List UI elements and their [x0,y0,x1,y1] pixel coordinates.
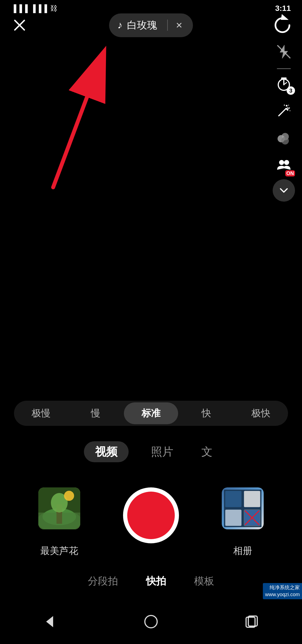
svg-point-11 [286,105,287,107]
svg-rect-32 [244,491,260,507]
right-controls: 3 ON [271,39,296,202]
speed-slow[interactable]: 慢 [68,402,122,424]
nav-back-button[interactable] [36,608,64,636]
tab-segment-shoot[interactable]: 分段拍 [88,574,118,588]
svg-point-19 [279,160,284,165]
svg-point-28 [64,491,74,501]
gallery-container: 最美芦花 [38,487,80,543]
close-button[interactable] [8,14,31,36]
music-title: 白玫瑰 [127,18,162,32]
tab-video[interactable]: 视频 [84,441,129,462]
watermark-line2: www.yoqzi.com [265,591,300,598]
magic-button[interactable] [271,98,296,123]
svg-point-18 [282,137,289,144]
nav-home-button[interactable] [137,608,165,636]
tab-text[interactable]: 文 [196,441,218,462]
arrow-overlay [17,36,117,199]
svg-point-14 [284,105,285,106]
mode-tabs: 视频 照片 文 [0,441,302,462]
svg-point-15 [290,110,291,111]
speed-bar: 极慢 慢 标准 快 极快 [14,401,288,426]
color-adjust-button[interactable] [271,126,296,151]
gallery-thumb-image [38,487,80,529]
tab-photo[interactable]: 照片 [145,441,179,462]
svg-rect-31 [225,491,242,507]
bottom-tabs: 分段拍 快拍 模板 [0,574,302,588]
svg-marker-2 [282,16,286,19]
timer-button[interactable]: 3 [273,73,295,95]
flash-button[interactable] [271,39,296,64]
speed-normal[interactable]: 标准 [124,402,178,424]
speed-very-slow[interactable]: 极慢 [14,402,68,424]
svg-line-9 [279,108,286,116]
svg-rect-8 [281,77,287,79]
nav-bar [0,599,302,644]
music-pill[interactable]: ♪ 白玫瑰 ✕ [109,13,193,37]
svg-rect-29 [38,513,80,529]
svg-marker-38 [46,616,53,627]
album-thumbnail[interactable] [222,487,264,529]
music-close-button[interactable]: ✕ [173,20,185,31]
speed-fast[interactable]: 快 [179,402,233,424]
tab-template[interactable]: 模板 [194,574,214,588]
record-button-inner [127,492,175,539]
on-badge: ON [285,170,295,176]
pill-divider [167,20,168,31]
watermark-line1: 纯净系统之家 [265,584,300,591]
speed-very-fast[interactable]: 极快 [234,402,288,424]
refresh-button[interactable] [271,14,294,36]
gallery-thumbnail[interactable] [38,487,80,529]
more-button[interactable] [273,179,295,202]
divider1 [277,68,291,69]
svg-point-39 [145,615,157,628]
watermark: 纯净系统之家 www.yoqzi.com [263,583,302,599]
tab-quick-shoot[interactable]: 快拍 [146,574,166,588]
timer-number: 3 [287,86,295,95]
people-button[interactable]: ON [273,154,295,176]
album-label: 相册 [233,544,252,557]
camera-row: 最美芦花 相册 [0,487,302,543]
svg-rect-33 [225,509,242,526]
music-note-icon: ♪ [117,19,122,31]
album-thumb-image [222,487,264,529]
album-container: 相册 [222,487,264,543]
top-bar: ♪ 白玫瑰 ✕ [0,8,302,42]
gallery-label: 最美芦花 [40,544,78,557]
svg-line-22 [53,53,103,187]
nav-recents-button[interactable] [238,608,266,636]
svg-point-13 [288,105,289,106]
record-button[interactable] [123,487,179,543]
svg-point-20 [284,160,289,165]
